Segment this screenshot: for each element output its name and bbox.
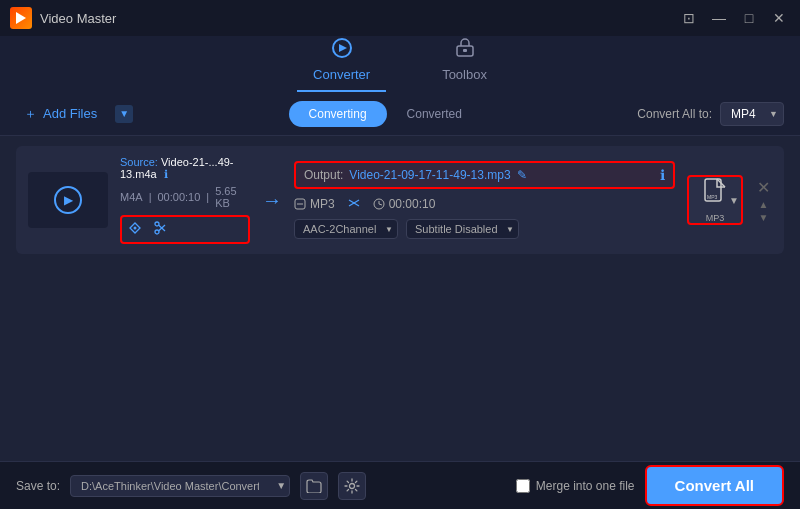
tab-toolbox-label: Toolbox bbox=[442, 67, 487, 82]
svg-rect-4 bbox=[463, 49, 467, 52]
maximize-btn[interactable]: □ bbox=[738, 7, 760, 29]
output-section: Output: Video-21-09-17-11-49-13.mp3 ✎ ℹ … bbox=[294, 161, 675, 239]
app-title: Video Master bbox=[40, 11, 116, 26]
convert-all-to-label: Convert All to: bbox=[637, 107, 712, 121]
svg-point-19 bbox=[350, 483, 355, 488]
output-name-row: Output: Video-21-09-17-11-49-13.mp3 ✎ ℹ bbox=[294, 161, 675, 189]
output-format-label: MP3 bbox=[310, 197, 335, 211]
converted-tab[interactable]: Converted bbox=[387, 101, 482, 127]
output-info-icon[interactable]: ℹ bbox=[660, 167, 665, 183]
titlebar: Video Master ⊡ — □ ✕ bbox=[0, 0, 800, 36]
move-up-button[interactable]: ▲ bbox=[759, 199, 769, 210]
play-icon: ▶ bbox=[54, 186, 82, 214]
move-down-button[interactable]: ▼ bbox=[759, 212, 769, 223]
source-size: 5.65 KB bbox=[215, 185, 250, 209]
svg-marker-0 bbox=[16, 12, 26, 24]
output-label-text: Output: bbox=[304, 168, 343, 182]
output-settings-row: MP3 00:00:10 bbox=[294, 197, 675, 211]
file-info: Source: Video-21-...49-13.m4a ℹ M4A | 00… bbox=[120, 156, 250, 244]
minimize-btn[interactable]: — bbox=[708, 7, 730, 29]
nav-tabs: Converter Toolbox bbox=[0, 36, 800, 92]
merge-text: Merge into one file bbox=[536, 479, 635, 493]
source-text: Source: bbox=[120, 156, 161, 168]
cut-icon bbox=[347, 198, 361, 210]
video-thumbnail[interactable]: ▶ bbox=[28, 172, 108, 228]
close-btn[interactable]: ✕ bbox=[768, 7, 790, 29]
tab-toolbox[interactable]: Toolbox bbox=[426, 30, 503, 92]
sub-toolbar: ＋ Add Files ▼ Converting Converted Conve… bbox=[0, 92, 800, 136]
save-path-wrapper: ▼ bbox=[70, 475, 290, 497]
content-area: ▶ Source: Video-21-...49-13.m4a ℹ M4A | … bbox=[0, 136, 800, 461]
convert-all-button[interactable]: Convert All bbox=[645, 465, 784, 506]
svg-point-5 bbox=[134, 227, 137, 230]
source-format-badge: M4A bbox=[120, 191, 143, 203]
convert-all-to-section: Convert All to: MP4 MP3 AVI MOV MKV bbox=[637, 102, 784, 126]
edit-output-name-icon[interactable]: ✎ bbox=[517, 168, 527, 182]
save-to-label: Save to: bbox=[16, 479, 60, 493]
audio-settings-row: AAC-2Channel AAC-6Channel Subtitle Disab… bbox=[294, 219, 675, 239]
format-select[interactable]: MP4 MP3 AVI MOV MKV bbox=[720, 102, 784, 126]
convert-arrow-icon: → bbox=[262, 189, 282, 212]
file-row: ▶ Source: Video-21-...49-13.m4a ℹ M4A | … bbox=[16, 146, 784, 254]
output-duration-badge: 00:00:10 bbox=[373, 197, 436, 211]
output-duration: 00:00:10 bbox=[389, 197, 436, 211]
remove-file-button[interactable]: ✕ bbox=[755, 178, 772, 197]
tab-converter[interactable]: Converter bbox=[297, 30, 386, 92]
bottom-bar: Save to: ▼ Merge into one file Convert A… bbox=[0, 461, 800, 509]
subtitle-wrap: Subtitle Disabled Subtitle Enabled bbox=[406, 219, 519, 239]
app-logo bbox=[10, 7, 32, 29]
merge-checkbox[interactable] bbox=[516, 479, 530, 493]
format-thumb-label: MP3 bbox=[706, 213, 725, 223]
svg-text:MP3: MP3 bbox=[707, 194, 718, 200]
converter-icon bbox=[332, 38, 352, 63]
save-path-dropdown-btn[interactable]: ▼ bbox=[276, 480, 286, 491]
caption-btn[interactable]: ⊡ bbox=[678, 7, 700, 29]
add-files-button[interactable]: ＋ Add Files bbox=[16, 101, 105, 127]
file-action-buttons bbox=[120, 215, 250, 244]
converting-tab[interactable]: Converting bbox=[289, 101, 387, 127]
save-path-input[interactable] bbox=[70, 475, 290, 497]
source-label: Source: Video-21-...49-13.m4a ℹ bbox=[120, 156, 250, 181]
titlebar-controls: ⊡ — □ ✕ bbox=[678, 7, 790, 29]
tab-converter-label: Converter bbox=[313, 67, 370, 82]
output-filename: Video-21-09-17-11-49-13.mp3 bbox=[349, 168, 510, 182]
reorder-buttons: ▲ ▼ bbox=[759, 199, 769, 223]
merge-label: Merge into one file bbox=[516, 479, 635, 493]
trim-button[interactable] bbox=[152, 219, 170, 240]
file-meta: M4A | 00:00:10 | 5.65 KB bbox=[120, 185, 250, 209]
format-thumb-icon: MP3 bbox=[703, 178, 727, 211]
format-thumb-box[interactable]: MP3 MP3 ▼ bbox=[687, 175, 743, 225]
settings-button[interactable] bbox=[338, 472, 366, 500]
plus-icon: ＋ bbox=[24, 105, 37, 123]
format-thumb-dropdown-icon: ▼ bbox=[729, 195, 739, 206]
audio-channel-select[interactable]: AAC-2Channel AAC-6Channel bbox=[294, 219, 398, 239]
converting-tabs: Converting Converted bbox=[289, 101, 482, 127]
format-select-wrap: MP4 MP3 AVI MOV MKV bbox=[720, 102, 784, 126]
add-files-label: Add Files bbox=[43, 106, 97, 121]
effects-button[interactable] bbox=[126, 219, 144, 240]
titlebar-left: Video Master bbox=[10, 7, 116, 29]
svg-marker-2 bbox=[339, 44, 347, 52]
audio-channel-wrap: AAC-2Channel AAC-6Channel bbox=[294, 219, 398, 239]
source-duration: 00:00:10 bbox=[157, 191, 200, 203]
subtitle-select[interactable]: Subtitle Disabled Subtitle Enabled bbox=[406, 219, 519, 239]
row-controls: ✕ ▲ ▼ bbox=[755, 178, 772, 223]
svg-line-16 bbox=[379, 204, 382, 205]
browse-folder-button[interactable] bbox=[300, 472, 328, 500]
output-format-badge: MP3 bbox=[294, 197, 335, 211]
toolbox-icon bbox=[455, 38, 475, 63]
add-files-dropdown-btn[interactable]: ▼ bbox=[115, 105, 133, 123]
info-icon[interactable]: ℹ bbox=[164, 168, 168, 180]
